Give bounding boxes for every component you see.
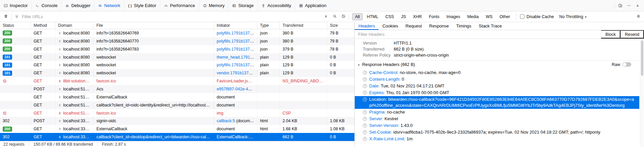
response-header-row[interactable]: ?Expires: Thu, 01 Jan 1970 00:00:00 GMT (355, 89, 639, 96)
filter-urls-input[interactable] (21, 14, 319, 19)
tab-console[interactable]: Console (31, 0, 61, 11)
initiator-link[interactable]: ExternalCallback:5 (217, 135, 253, 139)
request-row[interactable]: GETlocalhost:51822favicon.icoimgCSP (0, 109, 354, 117)
request-row[interactable]: GETlocalhost:51822ExternalCallbackdocume… (0, 93, 354, 101)
help-icon[interactable]: ? (363, 97, 367, 101)
initiator-link[interactable]: polyfills.1791b137de281b787… (217, 63, 254, 67)
filter-pill-xhr[interactable]: XHR (410, 13, 425, 20)
tab-network[interactable]: Network (94, 0, 124, 11)
response-headers-section-header[interactable]: Response Headers (662 B) Raw (355, 60, 639, 68)
request-row[interactable]: 200GETlocalhost:33656ExternalCallbackdoc… (0, 125, 354, 133)
detail-tab-request[interactable]: Request (402, 22, 425, 30)
clear-requests-button[interactable] (1, 12, 10, 21)
filter-pill-ws[interactable]: WS (483, 13, 496, 20)
block-url-button[interactable]: Block (601, 30, 620, 39)
response-header-row[interactable]: ?Server-Version: 1.43.0 (355, 122, 639, 129)
request-row[interactable]: 302POSTlocalhost:33656signin-oidccallbac… (0, 117, 354, 125)
request-row[interactable]: 200GETlocalhost:8080info?t=1635826640769… (0, 29, 354, 37)
tab-application[interactable]: Application (295, 0, 330, 11)
request-row[interactable]: POSTlocalhost:51822Acse957f897-042e-4ba1… (0, 85, 354, 93)
help-icon[interactable]: ? (363, 84, 367, 88)
filter-pill-js[interactable]: JS (398, 13, 409, 20)
close-button[interactable]: × (633, 1, 642, 10)
help-icon[interactable]: ? (363, 91, 367, 95)
filter-pill-other[interactable]: Other (497, 13, 513, 20)
scrollbar-thumb[interactable] (641, 41, 643, 76)
response-header-row[interactable]: ?Set-Cookie: idsrv=adf6cba1-7075-402b-9e… (355, 129, 639, 136)
help-icon[interactable]: ? (363, 71, 367, 75)
column-header-status[interactable]: Status (0, 22, 31, 29)
filter-pill-media[interactable]: Media (464, 13, 482, 20)
response-header-row[interactable]: ?Pragma: no-cache (355, 109, 639, 116)
response-header-row[interactable]: ?Date: Tue, 02 Nov 2021 04:17:21 GMT (355, 83, 639, 89)
request-row[interactable]: 101GETlocalhost:8080websockettheme_head.… (0, 53, 354, 61)
request-row[interactable]: 101GETlocalhost:8080websocketvendor.1791… (0, 69, 354, 77)
column-header-file[interactable]: File (94, 22, 214, 29)
help-icon[interactable]: ? (363, 117, 367, 121)
filter-pill-images[interactable]: Images (443, 13, 463, 20)
initiator-link[interactable]: polyfills.1791b137de281b787… (217, 31, 254, 35)
tab-debugger[interactable]: Debugger (61, 0, 94, 11)
tab-performance[interactable]: Performance (160, 0, 199, 11)
request-row[interactable]: 200GETlocalhost:8080info?t=1635826640783… (0, 45, 354, 53)
help-icon[interactable]: ? (363, 124, 367, 128)
response-header-row[interactable]: ?Location: bitwarden://sso-callback?code… (355, 96, 639, 109)
initiator-link[interactable]: FaviconLoader.jsm:191 (img) (217, 79, 254, 83)
filter-pill-all[interactable]: All (352, 13, 363, 20)
tab-style-editor[interactable]: { }Style Editor (124, 0, 160, 11)
detail-tab-headers[interactable]: Headers (355, 22, 379, 30)
pause-recording-button[interactable] (321, 12, 330, 21)
filter-pill-html[interactable]: HTML (364, 13, 381, 20)
network-settings-button[interactable] (634, 12, 643, 21)
filter-pill-fonts[interactable]: Fonts (426, 13, 442, 20)
column-header-initiator[interactable]: Initiator (214, 22, 257, 29)
request-row[interactable]: GET8bit-solutions-dev.onelogin…favicon.i… (0, 77, 354, 85)
tab-inspector[interactable]: Inspector (0, 0, 31, 11)
column-header-size[interactable]: Size (327, 22, 354, 29)
detail-tab-cookies[interactable]: Cookies (379, 22, 402, 30)
disable-cache-checkbox[interactable] (520, 14, 524, 19)
filter-headers-input[interactable] (355, 30, 601, 39)
tab-storage[interactable]: Storage (228, 0, 257, 11)
resend-button[interactable]: Resend (620, 30, 644, 39)
raw-toggle[interactable] (622, 62, 631, 67)
scrollbar[interactable] (640, 39, 644, 147)
detail-tab-response[interactable]: Response (426, 22, 453, 30)
help-icon[interactable]: ? (363, 77, 367, 81)
initiator-link[interactable]: theme_head.1791b137de281… (217, 55, 254, 60)
initiator-link[interactable]: e957f897-042e-4ba1-aff1-… (217, 87, 254, 91)
help-icon[interactable]: ? (363, 110, 367, 114)
request-row[interactable]: GETlocalhost:51822callback?client_id=oid… (0, 101, 354, 109)
response-header-row[interactable]: ?Cache-Control: no-store, no-cache, max-… (355, 69, 639, 76)
request-row[interactable]: 302GETlocalhost:33656callback?client_id=… (0, 133, 354, 141)
menu-button[interactable]: ⋯ (625, 1, 633, 10)
initiator-link[interactable]: polyfills.1791b137de281b787… (217, 47, 254, 52)
column-header-method[interactable]: Method (31, 22, 55, 29)
filter-pill-css[interactable]: CSS (382, 13, 397, 20)
response-header-row[interactable]: ?Content-Length: 0 (355, 76, 639, 83)
throttling-dropdown[interactable]: No Throttling (557, 14, 589, 19)
request-row[interactable]: 101GETlocalhost:8080websocketpolyfills.1… (0, 61, 354, 69)
detail-tab-timings[interactable]: Timings (453, 22, 475, 30)
initiator-link[interactable]: polyfills.1791b137de281b787… (217, 39, 254, 44)
response-header-row[interactable]: ?X-Rate-Limit-Limit: 1m (355, 136, 639, 142)
response-header-row[interactable]: ?Server: Kestrel (355, 116, 639, 122)
detail-tab-stack-trace[interactable]: Stack Trace (475, 22, 506, 30)
request-row[interactable]: 200GETlocalhost:8080info?t=1635826640770… (0, 37, 354, 45)
initiator-link[interactable]: vendor.1791b137de281b787… (217, 71, 254, 75)
initiator-suffix: document (217, 127, 235, 131)
search-button[interactable] (330, 12, 339, 21)
column-header-domain[interactable]: Domain (55, 22, 94, 29)
column-header-type[interactable]: Type (257, 22, 280, 29)
initiator-link[interactable]: callback:5 (217, 119, 235, 123)
help-icon[interactable]: ? (363, 130, 367, 134)
block-requests-button[interactable] (339, 12, 348, 21)
column-header-transferred[interactable]: Transferred (280, 22, 327, 29)
url-filter-box (12, 14, 321, 19)
tab-memory[interactable]: Memory (199, 0, 228, 11)
cell-status (0, 109, 31, 117)
responsive-design-mode-button[interactable] (616, 1, 625, 10)
help-icon[interactable]: ? (363, 137, 367, 141)
tab-accessibility[interactable]: Accessibility (257, 0, 295, 11)
domain-text: 8bit-solutions-dev.onelogin… (63, 79, 91, 83)
